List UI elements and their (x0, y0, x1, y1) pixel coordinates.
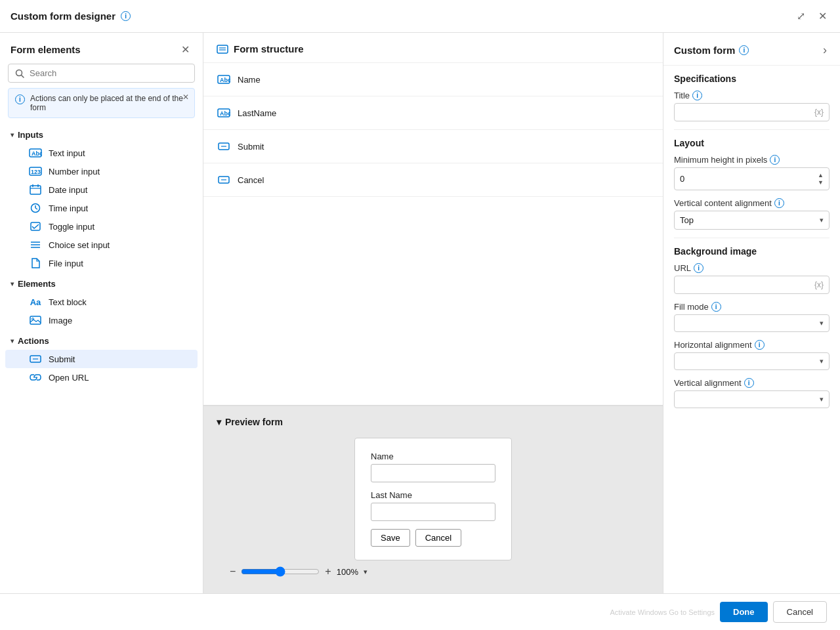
element-label-image: Image (49, 316, 72, 326)
element-item-choice-set-input[interactable]: Choice set input (5, 236, 198, 254)
section-header-elements[interactable]: ▾ Elements (0, 272, 203, 293)
element-item-date-input[interactable]: Date input (5, 180, 198, 199)
min-height-info-icon[interactable]: i (770, 155, 780, 165)
search-icon (15, 69, 24, 78)
form-item-name-label: Name (238, 75, 261, 85)
element-item-submit[interactable]: Submit (5, 350, 198, 368)
element-item-text-block[interactable]: Aa Text block (5, 293, 198, 311)
horizontal-align-label: Horizontal alignment i (674, 340, 830, 350)
preview-cancel-button[interactable]: Cancel (415, 529, 461, 547)
info-banner-icon: i (15, 94, 25, 104)
section-header-actions[interactable]: ▾ Actions (0, 329, 203, 350)
title-bar: Custom form designer i ⤢ ✕ (0, 0, 840, 33)
bg-image-section-title: Background image (674, 246, 830, 257)
submit-icon (29, 354, 42, 364)
element-item-open-url[interactable]: Open URL (5, 368, 198, 387)
form-item-lastname[interactable]: Abc LastName (203, 96, 663, 130)
horizontal-align-info-icon[interactable]: i (755, 340, 765, 350)
element-item-text-input[interactable]: Abc Text input (5, 144, 198, 162)
horizontal-align-select[interactable]: ▾ (674, 352, 830, 370)
preview-save-button[interactable]: Save (371, 529, 410, 547)
file-input-icon (29, 258, 42, 268)
right-panel-expand-button[interactable]: › (820, 41, 830, 60)
info-banner-text: Actions can only be placed at the end of… (30, 94, 188, 112)
custom-form-info-icon[interactable]: i (739, 45, 749, 55)
fill-mode-info-icon[interactable]: i (711, 302, 721, 312)
url-field-label: URL i (674, 263, 830, 273)
vertical-content-align-value: Top (680, 215, 694, 225)
min-height-spinner[interactable]: 0 ▲ ▼ (674, 167, 830, 190)
url-field-input[interactable]: {x} (674, 276, 830, 294)
right-panel-header: Custom form i › (663, 33, 840, 66)
svg-rect-22 (217, 45, 228, 53)
left-panel-header: Form elements ✕ (0, 33, 203, 64)
done-button[interactable]: Done (720, 602, 768, 622)
element-label-toggle-input: Toggle input (49, 222, 94, 232)
image-icon (29, 315, 42, 326)
zoom-plus-button[interactable]: + (325, 566, 331, 578)
zoom-chevron-icon[interactable]: ▾ (364, 568, 368, 576)
right-panel: Custom form i › Specifications Title i {… (663, 33, 840, 593)
spinner-down-button[interactable]: ▼ (818, 179, 824, 186)
text-block-icon: Aa (29, 297, 42, 307)
form-item-lastname-icon: Abc (217, 107, 231, 119)
zoom-slider[interactable] (241, 566, 320, 577)
url-info-icon[interactable]: i (694, 263, 704, 273)
section-header-inputs[interactable]: ▾ Inputs (0, 123, 203, 144)
vertical-content-align-info-icon[interactable]: i (774, 198, 784, 208)
element-item-image[interactable]: Image (5, 311, 198, 329)
title-field-label: Title i (674, 91, 830, 100)
svg-text:123: 123 (31, 169, 41, 175)
zoom-minus-button[interactable]: − (230, 566, 236, 578)
expand-button[interactable]: ⤢ (794, 7, 808, 25)
left-panel-close-button[interactable]: ✕ (178, 41, 192, 58)
element-item-time-input[interactable]: Time input (5, 199, 198, 217)
form-structure-area: Form structure Abc Name Abc LastName Sub… (203, 33, 663, 405)
svg-rect-6 (30, 186, 41, 194)
svg-rect-17 (30, 316, 41, 324)
preview-header[interactable]: ▾ Preview form (217, 417, 650, 427)
element-label-open-url: Open URL (49, 373, 89, 383)
form-structure-title: Form structure (234, 43, 304, 54)
form-item-cancel[interactable]: Cancel (203, 163, 663, 197)
preview-lastname-label: Last Name (371, 490, 495, 500)
specifications-section-title: Specifications (674, 74, 830, 84)
form-elements-title: Form elements (10, 44, 81, 55)
search-input[interactable] (30, 68, 188, 78)
layout-section-title: Layout (674, 138, 830, 148)
element-item-file-input[interactable]: File input (5, 254, 198, 272)
zoom-label: 100% (337, 567, 358, 577)
choice-set-input-icon (29, 240, 42, 250)
vertical-align-select[interactable]: ▾ (674, 390, 830, 408)
fill-mode-select[interactable]: ▾ (674, 314, 830, 332)
title-bar-left: Custom form designer i (10, 10, 131, 22)
element-item-number-input[interactable]: 123 Number input (5, 162, 198, 180)
preview-chevron-icon: ▾ (217, 417, 221, 427)
fill-mode-label: Fill mode i (674, 302, 830, 312)
chevron-elements-icon: ▾ (10, 280, 14, 287)
title-info-icon[interactable]: i (121, 11, 131, 21)
section-label-inputs: Inputs (18, 130, 43, 140)
form-item-submit[interactable]: Submit (203, 130, 663, 163)
form-structure-icon (217, 45, 228, 54)
info-banner-close-button[interactable]: ✕ (182, 93, 189, 102)
watermark-text: Activate Windows Go to Settings (610, 608, 715, 616)
section-label-elements: Elements (18, 279, 56, 289)
element-label-date-input: Date input (49, 185, 87, 195)
search-box (8, 64, 195, 83)
preview-name-input[interactable] (371, 464, 495, 482)
preview-lastname-input[interactable] (371, 503, 495, 521)
vertical-content-align-select[interactable]: Top ▾ (674, 211, 830, 230)
element-label-file-input: File input (49, 259, 83, 268)
title-field-input[interactable]: {x} (674, 103, 830, 121)
horizontal-align-chevron-icon: ▾ (820, 357, 824, 366)
spinner-up-button[interactable]: ▲ (818, 172, 824, 178)
open-url-icon (29, 372, 42, 383)
vertical-align-info-icon[interactable]: i (744, 378, 754, 388)
title-info-icon[interactable]: i (692, 91, 702, 100)
close-button[interactable]: ✕ (816, 7, 830, 25)
right-panel-content: Specifications Title i {x} Layout Minimu… (663, 66, 840, 593)
element-item-toggle-input[interactable]: Toggle input (5, 217, 198, 236)
cancel-button[interactable]: Cancel (773, 601, 827, 623)
form-item-name[interactable]: Abc Name (203, 63, 663, 96)
